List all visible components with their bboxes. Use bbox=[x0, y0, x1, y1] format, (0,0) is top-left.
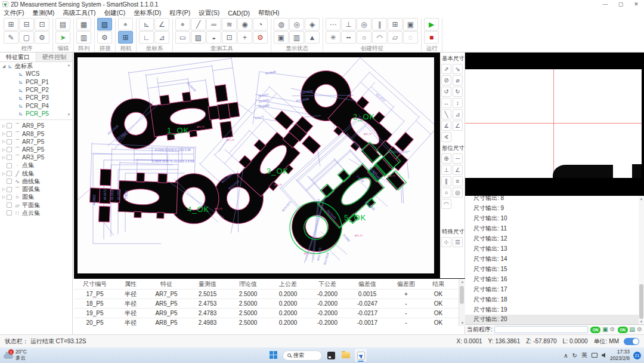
tool-rect[interactable]: ▭ bbox=[175, 31, 190, 44]
tree-node-pcr_p1[interactable]: ⊾PCR_P1 bbox=[0, 78, 72, 86]
show-chart[interactable]: ▥ bbox=[289, 31, 304, 44]
output-list-item[interactable]: 尺寸输出: 10 bbox=[465, 213, 644, 223]
output-list-item[interactable]: 尺寸输出: 15 bbox=[465, 264, 644, 274]
array-disable[interactable]: ▥ bbox=[76, 31, 91, 44]
minimize-button[interactable]: — bbox=[597, 0, 613, 8]
visibility-checkbox[interactable] bbox=[7, 123, 12, 128]
dim-height[interactable]: ↕ bbox=[453, 98, 463, 108]
image-search-icon[interactable]: ▤ bbox=[630, 327, 635, 333]
speaker-icon[interactable] bbox=[602, 353, 605, 358]
show-features[interactable]: ◎ bbox=[289, 18, 304, 30]
cad-canvas[interactable]: 1_OK2_OK3_OK4_OK5_OK44.964839.943729.990… bbox=[74, 53, 440, 278]
visibility-checkbox[interactable] bbox=[7, 131, 12, 137]
scroll-up-icon[interactable]: ▲ bbox=[639, 197, 643, 201]
weather-widget[interactable]: 1 20°C 多云 bbox=[4, 349, 27, 361]
unit-toggle[interactable] bbox=[624, 338, 639, 345]
tab-feature-window[interactable]: 特征窗口 bbox=[0, 53, 36, 61]
tool-hatch[interactable]: ▨ bbox=[191, 31, 206, 44]
create-circle[interactable]: ○ bbox=[357, 31, 371, 44]
show-image[interactable]: ▣ bbox=[274, 31, 289, 44]
tray-sync-icon[interactable]: ↻ bbox=[572, 352, 577, 359]
program-select[interactable]: ▢ bbox=[19, 31, 34, 44]
dim-distance[interactable]: ⇘ bbox=[453, 64, 463, 74]
csys-rotate[interactable]: ∠ bbox=[154, 18, 169, 30]
stitch-view[interactable]: ▨ bbox=[97, 18, 112, 30]
show-dims[interactable]: ◍ bbox=[274, 18, 289, 30]
tree-node-pcr_p3[interactable]: ⊾PCR_P3 bbox=[0, 94, 72, 101]
array-enable[interactable]: ▦ bbox=[76, 18, 91, 30]
output-list-item[interactable]: 尺寸输出: 19 bbox=[465, 304, 644, 315]
ime-indicator[interactable]: 英 bbox=[581, 351, 587, 359]
expand-arrow-icon[interactable]: ◢ bbox=[1, 64, 7, 69]
menu-item-1[interactable]: 量测(M) bbox=[32, 9, 54, 17]
display-tray-icon[interactable] bbox=[592, 353, 597, 358]
visibility-checkbox[interactable] bbox=[7, 195, 12, 200]
expand-arrow-icon[interactable]: ▷ bbox=[1, 195, 7, 199]
form-profile[interactable]: ◠ bbox=[441, 199, 451, 209]
tree-node-wcs[interactable]: ⊾WCS bbox=[0, 70, 72, 78]
taskbar-app-smartghost[interactable] bbox=[355, 349, 367, 362]
expand-arrow-icon[interactable]: ▷ bbox=[1, 131, 7, 136]
show-tools[interactable]: ◈ bbox=[305, 18, 320, 30]
taskbar-app-explorer[interactable] bbox=[340, 349, 352, 362]
tree-set-4[interactable]: ▷○圆集 bbox=[0, 193, 72, 201]
output-list-item[interactable]: 尺寸输出: 18 bbox=[465, 294, 644, 304]
program-save[interactable]: ⊡ bbox=[35, 18, 49, 30]
tree-node-csys-root[interactable]: ◢⊾坐标系 bbox=[0, 62, 72, 70]
dim-circle-slash[interactable]: ⊘ bbox=[441, 75, 451, 85]
create-pin[interactable]: ◎ bbox=[357, 18, 371, 30]
tool-config[interactable]: ⚙ bbox=[253, 31, 268, 44]
tree-node-pcr_p5[interactable]: ⊾PCR_P5 bbox=[0, 110, 72, 118]
tree-set-3[interactable]: ▷⌒圆弧集 bbox=[0, 185, 72, 193]
tab-hardware-control[interactable]: 硬件控制 bbox=[36, 53, 72, 61]
taskbar-clock[interactable]: 17:33 2023/2/8 bbox=[610, 349, 630, 361]
create-midline[interactable]: ╍ bbox=[341, 31, 356, 44]
display-settings-gear-icon[interactable]: ⚙ bbox=[610, 327, 615, 333]
visibility-checkbox[interactable] bbox=[7, 139, 12, 144]
output-list-item[interactable]: 尺寸输出: 14 bbox=[465, 254, 644, 264]
visibility-checkbox[interactable] bbox=[7, 147, 12, 152]
camera-grid[interactable]: ⊞ bbox=[118, 31, 133, 44]
special-gap[interactable]: ⊹ bbox=[441, 237, 451, 247]
tool-pick[interactable]: ⌖ bbox=[175, 18, 190, 30]
table-row[interactable]: 19_P5半径AR9_P52.47832.50000.2000-0.2000-0… bbox=[74, 308, 465, 318]
expand-arrow-icon[interactable]: ▷ bbox=[1, 147, 7, 152]
output-list-item[interactable]: 尺寸输出: 16 bbox=[465, 274, 644, 284]
program-edit[interactable]: ✎ bbox=[4, 31, 18, 44]
csys-create[interactable]: ⊾ bbox=[139, 18, 154, 30]
form-position[interactable]: ⊕ bbox=[441, 153, 451, 164]
coord-scroll-down-icon[interactable]: ▼ bbox=[66, 113, 72, 116]
tree-feature-ar7_p5[interactable]: ▷⌒AR7_P5 bbox=[0, 138, 72, 146]
menu-item-4[interactable]: 坐标系(D) bbox=[134, 9, 161, 17]
output-list-item[interactable]: 尺寸输出: 8 bbox=[465, 196, 644, 203]
notification-badge[interactable]: 21 bbox=[633, 352, 641, 359]
output-list-scrollbar[interactable]: ▲ ▼ bbox=[639, 196, 644, 325]
display-toggle-2[interactable]: ON bbox=[618, 327, 628, 333]
tool-adjust[interactable]: + bbox=[237, 31, 252, 44]
current-program-input[interactable] bbox=[494, 326, 588, 333]
menu-item-0[interactable]: 文件(F) bbox=[4, 9, 24, 17]
stitch-settings[interactable]: ⚙ bbox=[97, 31, 112, 44]
start-button[interactable] bbox=[270, 351, 278, 359]
tree-feature-ar8_p5[interactable]: ▷⌒AR8_P5 bbox=[0, 130, 72, 137]
csys-align[interactable]: ⊿ bbox=[154, 31, 169, 44]
edit-image[interactable]: ▤ bbox=[55, 18, 70, 30]
table-row[interactable]: 18_P5半径AR5_P52.47532.50000.2000-0.2000-0… bbox=[74, 299, 465, 308]
menu-item-5[interactable]: 程序(P) bbox=[169, 9, 190, 17]
tree-feature-ar3_p5[interactable]: ▷⌒AR3_P5 bbox=[0, 153, 72, 161]
menu-item-6[interactable]: 设置(S) bbox=[199, 9, 219, 17]
tray-chevron-icon[interactable]: ∧ bbox=[564, 352, 568, 359]
run-start[interactable]: ▶ bbox=[424, 18, 439, 30]
create-burst[interactable]: ✳ bbox=[326, 31, 340, 44]
camera-view[interactable] bbox=[465, 53, 644, 196]
form-angularity[interactable]: ∠ bbox=[453, 165, 463, 175]
visibility-checkbox[interactable] bbox=[7, 171, 12, 176]
tree-set-1[interactable]: ▷╱线集 bbox=[0, 170, 72, 177]
output-list-item[interactable]: 尺寸输出: 17 bbox=[465, 284, 644, 294]
table-scrollbar[interactable]: ▲ ▼ bbox=[459, 279, 465, 326]
search-settings-gear-icon[interactable]: ⚙ bbox=[637, 327, 642, 333]
dim-distance-xy[interactable]: ⇗ bbox=[441, 64, 451, 74]
program-open[interactable]: ⊟ bbox=[19, 18, 34, 30]
tree-feature-ar9_p5[interactable]: ▷⌒AR9_P5 bbox=[0, 122, 72, 130]
scroll-down-icon[interactable]: ▼ bbox=[639, 320, 643, 324]
